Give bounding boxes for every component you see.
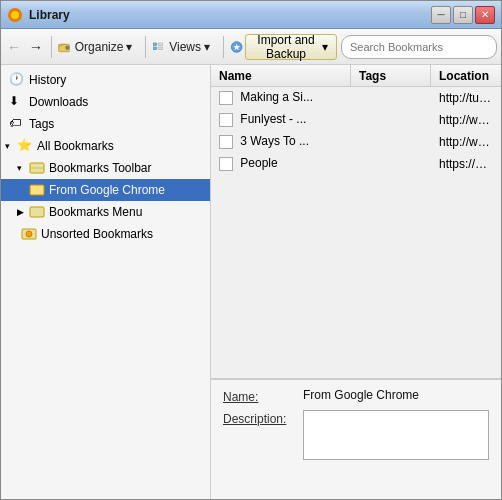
sidebar-item-from-google-chrome[interactable]: From Google Chrome [1,179,210,201]
col-header-tags[interactable]: Tags [351,65,431,86]
bookmarks-menu-icon [29,204,45,220]
bookmark-table[interactable]: Name Tags Location Making a Si... http:/… [211,65,501,379]
description-textarea[interactable] [303,410,489,460]
row2-location: http://www.funlyest... [431,113,501,127]
bookmarks-toolbar-label: Bookmarks Toolbar [49,161,152,175]
downloads-label: Downloads [29,95,88,109]
sidebar-item-all-bookmarks[interactable]: ▾ ⭐ All Bookmarks [1,135,210,157]
svg-rect-5 [153,47,156,50]
svg-rect-4 [153,42,156,45]
description-label: Description: [223,410,303,426]
bookmarks-menu-arrow[interactable]: ▶ [17,207,29,217]
downloads-icon: ⬇ [9,94,25,110]
bookmark-icon-4 [219,157,233,171]
name-label: Name: [223,388,303,404]
row1-name: Making a Si... [211,90,351,105]
sidebar: 🕐 History ⬇ Downloads 🏷 Tags ▾ ⭐ All Boo… [1,65,211,499]
sidebar-item-downloads[interactable]: ⬇ Downloads [1,91,210,113]
main-content: 🕐 History ⬇ Downloads 🏷 Tags ▾ ⭐ All Boo… [1,65,501,499]
row3-location: http://www.makeus... [431,135,501,149]
history-label: History [29,73,66,87]
detail-description-row: Description: [223,410,489,460]
views-label: Views [169,40,201,54]
unsorted-bookmarks-icon [21,226,37,242]
views-button[interactable]: Views ▾ [166,34,217,60]
svg-rect-13 [30,207,44,217]
unsorted-bookmarks-label: Unsorted Bookmarks [41,227,153,241]
toolbar-separator-2 [145,36,146,58]
row1-location: http://tutorialzine.c... [431,91,501,105]
row2-name: Funlyest - ... [211,112,351,127]
bookmark-icon-3 [219,135,233,149]
tags-label: Tags [29,117,54,131]
bookmarks-toolbar-arrow[interactable]: ▾ [17,163,29,173]
tags-icon: 🏷 [9,116,25,132]
window-title: Library [29,8,70,22]
toolbar: ← → Organize ▾ Views ▾ [1,29,501,65]
minimize-button[interactable]: ─ [431,6,451,24]
sidebar-item-bookmarks-menu[interactable]: ▶ Bookmarks Menu [1,201,210,223]
detail-name-row: Name: From Google Chrome [223,388,489,404]
table-row[interactable]: Funlyest - ... http://www.funlyest... [211,109,501,131]
svg-rect-6 [158,42,163,45]
table-row[interactable]: People https://plus.google.... [211,153,501,175]
organize-icon [58,38,70,56]
col-header-name[interactable]: Name [211,65,351,86]
row4-name: People [211,156,351,171]
bookmark-icon-2 [219,113,233,127]
search-input[interactable] [341,35,497,59]
import-icon: ★ [230,37,243,57]
bookmarks-menu-label: Bookmarks Menu [49,205,142,219]
organize-label: Organize [75,40,124,54]
table-header: Name Tags Location [211,65,501,87]
firefox-icon [7,7,23,23]
table-row[interactable]: Making a Si... http://tutorialzine.c... [211,87,501,109]
import-arrow: ▾ [322,40,328,54]
library-window: Library ─ □ ✕ ← → Organize ▾ [0,0,502,500]
organize-arrow: ▾ [126,40,132,54]
from-google-chrome-label: From Google Chrome [49,183,165,197]
svg-rect-12 [30,185,44,195]
col-header-location[interactable]: Location [431,65,501,86]
toolbar-separator-1 [51,36,52,58]
svg-point-15 [26,231,32,237]
title-bar: Library ─ □ ✕ [1,1,501,29]
sidebar-item-history[interactable]: 🕐 History [1,69,210,91]
all-bookmarks-label: All Bookmarks [37,139,114,153]
all-bookmarks-arrow[interactable]: ▾ [5,141,17,151]
history-icon: 🕐 [9,72,25,88]
name-value: From Google Chrome [303,388,489,402]
close-button[interactable]: ✕ [475,6,495,24]
forward-button[interactable]: → [27,34,45,60]
bookmarks-toolbar-icon [29,160,45,176]
views-icon [152,38,164,56]
svg-point-1 [11,11,19,19]
views-arrow: ▾ [204,40,210,54]
sidebar-item-bookmarks-toolbar[interactable]: ▾ Bookmarks Toolbar [1,157,210,179]
content-area: Name Tags Location Making a Si... http:/… [211,65,501,499]
back-button[interactable]: ← [5,34,23,60]
bookmark-icon-1 [219,91,233,105]
sidebar-item-tags[interactable]: 🏷 Tags [1,113,210,135]
detail-panel: Name: From Google Chrome Description: [211,379,501,499]
row3-name: 3 Ways To ... [211,134,351,149]
title-bar-buttons: ─ □ ✕ [431,6,495,24]
table-row[interactable]: 3 Ways To ... http://www.makeus... [211,131,501,153]
row4-location: https://plus.google.... [431,157,501,171]
title-bar-left: Library [7,7,70,23]
maximize-button[interactable]: □ [453,6,473,24]
all-bookmarks-icon: ⭐ [17,138,33,154]
import-label: Import and Backup [254,33,318,61]
svg-text:★: ★ [233,42,241,51]
from-google-chrome-icon [29,182,45,198]
import-backup-button[interactable]: Import and Backup ▾ [245,34,337,60]
organize-button[interactable]: Organize ▾ [72,34,140,60]
sidebar-item-unsorted-bookmarks[interactable]: Unsorted Bookmarks [1,223,210,245]
toolbar-separator-3 [223,36,224,58]
svg-rect-7 [158,47,163,50]
